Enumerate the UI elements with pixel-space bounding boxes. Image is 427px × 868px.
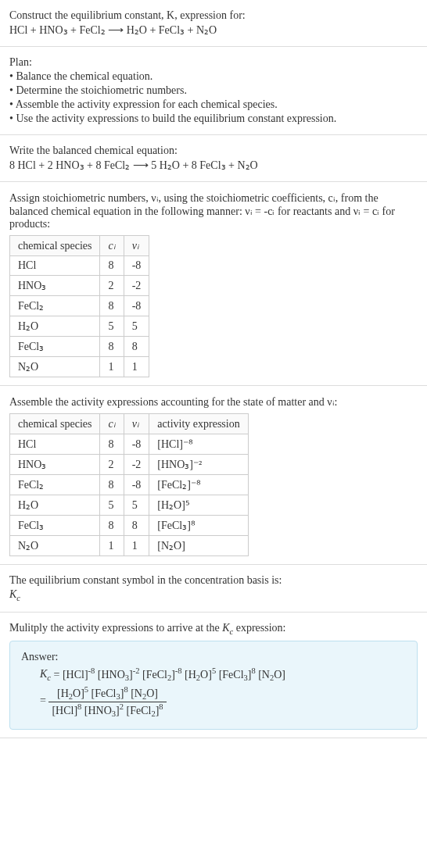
cell-c: 8 [100, 337, 124, 357]
col-v: νᵢ [124, 236, 149, 256]
cell-v: -2 [124, 276, 149, 296]
prompt-section: Construct the equilibrium constant, K, e… [0, 0, 427, 47]
cell-v: -2 [124, 455, 149, 475]
prompt-label: Construct the equilibrium constant, K, e… [9, 9, 246, 21]
col-species: chemical species [10, 414, 100, 434]
cell-c: 8 [100, 516, 124, 536]
table-row: HCl 8 -8 [10, 256, 149, 276]
table-row: FeCl₂ 8 -8 [FeCl₂]⁻⁸ [10, 475, 249, 495]
table-row: N₂O 1 1 [10, 357, 149, 377]
fraction-numerator: [H2O]5 [FeCl3]8 [N2O] [48, 685, 166, 702]
cell-c: 1 [100, 536, 124, 556]
cell-v: 5 [124, 316, 149, 337]
cell-c: 5 [100, 495, 124, 516]
cell-v: 1 [124, 357, 149, 377]
cell-species: HCl [10, 256, 100, 276]
table-row: HCl 8 -8 [HCl]⁻⁸ [10, 434, 249, 455]
cell-expr: [H₂O]⁵ [149, 495, 248, 516]
cell-v: 5 [124, 495, 149, 516]
answer-box: Answer: Kc = [HCl]-8 [HNO3]-2 [FeCl2]-8 … [9, 641, 418, 730]
table-row: FeCl₃ 8 8 [10, 337, 149, 357]
cell-expr: [HCl]⁻⁸ [149, 434, 248, 455]
table-row: H₂O 5 5 [H₂O]⁵ [10, 495, 249, 516]
col-species: chemical species [10, 236, 100, 256]
answer-line1: Kc = [HCl]-8 [HNO3]-2 [FeCl2]-8 [H2O]5 [… [21, 666, 406, 682]
cell-v: 8 [124, 337, 149, 357]
table-row: H₂O 5 5 [10, 316, 149, 337]
cell-species: HNO₃ [10, 276, 100, 296]
kc-symbol: Kc [9, 588, 418, 602]
symbol-text: The equilibrium constant symbol in the c… [9, 574, 418, 587]
fraction-denominator: [HCl]8 [HNO3]2 [FeCl2]8 [48, 702, 166, 718]
cell-species: N₂O [10, 357, 100, 377]
cell-expr: [FeCl₃]⁸ [149, 516, 248, 536]
prompt-text: Construct the equilibrium constant, K, e… [9, 9, 418, 22]
activity-section: Assemble the activity expressions accoun… [0, 386, 427, 565]
answer-line2: = [H2O]5 [FeCl3]8 [N2O] [HCl]8 [HNO3]2 [… [21, 685, 406, 718]
cell-v: -8 [124, 434, 149, 455]
cell-v: 8 [124, 516, 149, 536]
cell-expr: [FeCl₂]⁻⁸ [149, 475, 248, 495]
balanced-equation: 8 HCl + 2 HNO₃ + 8 FeCl₂ ⟶ 5 H₂O + 8 FeC… [9, 159, 418, 172]
plan-item: • Use the activity expressions to build … [9, 113, 418, 125]
cell-species: FeCl₃ [10, 337, 100, 357]
table-row: HNO₃ 2 -2 [HNO₃]⁻² [10, 455, 249, 475]
table-header-row: chemical species cᵢ νᵢ activity expressi… [10, 414, 249, 434]
col-expr: activity expression [149, 414, 248, 434]
plan-heading: Plan: [9, 56, 418, 69]
cell-species: FeCl₂ [10, 296, 100, 316]
symbol-section: The equilibrium constant symbol in the c… [0, 565, 427, 613]
answer-label: Answer: [21, 651, 406, 663]
balanced-section: Write the balanced chemical equation: 8 … [0, 135, 427, 182]
stoich-section: Assign stoichiometric numbers, νᵢ, using… [0, 182, 427, 386]
cell-expr: [N₂O] [149, 536, 248, 556]
table-row: HNO₃ 2 -2 [10, 276, 149, 296]
col-v: νᵢ [124, 414, 149, 434]
cell-c: 8 [100, 256, 124, 276]
table-row: N₂O 1 1 [N₂O] [10, 536, 249, 556]
cell-species: N₂O [10, 536, 100, 556]
cell-expr: [HNO₃]⁻² [149, 455, 248, 475]
cell-v: -8 [124, 475, 149, 495]
cell-c: 8 [100, 296, 124, 316]
multiply-text: Mulitply the activity expressions to arr… [9, 622, 418, 636]
unbalanced-equation: HCl + HNO₃ + FeCl₂ ⟶ H₂O + FeCl₃ + N₂O [9, 23, 418, 37]
table-row: FeCl₂ 8 -8 [10, 296, 149, 316]
activity-table: chemical species cᵢ νᵢ activity expressi… [9, 413, 249, 556]
cell-v: 1 [124, 536, 149, 556]
plan-item: • Determine the stoichiometric numbers. [9, 84, 418, 97]
stoich-heading: Assign stoichiometric numbers, νᵢ, using… [9, 191, 418, 230]
table-row: FeCl₃ 8 8 [FeCl₃]⁸ [10, 516, 249, 536]
equals-sign: = [40, 695, 46, 706]
activity-heading: Assemble the activity expressions accoun… [9, 395, 418, 409]
cell-c: 8 [100, 434, 124, 455]
plan-section: Plan: • Balance the chemical equation. •… [0, 47, 427, 135]
balanced-heading: Write the balanced chemical equation: [9, 145, 418, 157]
cell-c: 5 [100, 316, 124, 337]
col-c: cᵢ [100, 414, 124, 434]
multiply-section: Mulitply the activity expressions to arr… [0, 613, 427, 738]
cell-species: FeCl₂ [10, 475, 100, 495]
fraction: [H2O]5 [FeCl3]8 [N2O] [HCl]8 [HNO3]2 [Fe… [48, 685, 166, 718]
cell-c: 2 [100, 455, 124, 475]
plan-item: • Assemble the activity expression for e… [9, 98, 418, 111]
cell-species: H₂O [10, 316, 100, 337]
cell-species: HNO₃ [10, 455, 100, 475]
cell-species: H₂O [10, 495, 100, 516]
cell-c: 8 [100, 475, 124, 495]
cell-v: -8 [124, 296, 149, 316]
cell-v: -8 [124, 256, 149, 276]
stoich-table: chemical species cᵢ νᵢ HCl 8 -8 HNO₃ 2 -… [9, 235, 149, 377]
plan-item: • Balance the chemical equation. [9, 70, 418, 83]
cell-c: 1 [100, 357, 124, 377]
table-header-row: chemical species cᵢ νᵢ [10, 236, 149, 256]
cell-c: 2 [100, 276, 124, 296]
cell-species: HCl [10, 434, 100, 455]
col-c: cᵢ [100, 236, 124, 256]
cell-species: FeCl₃ [10, 516, 100, 536]
